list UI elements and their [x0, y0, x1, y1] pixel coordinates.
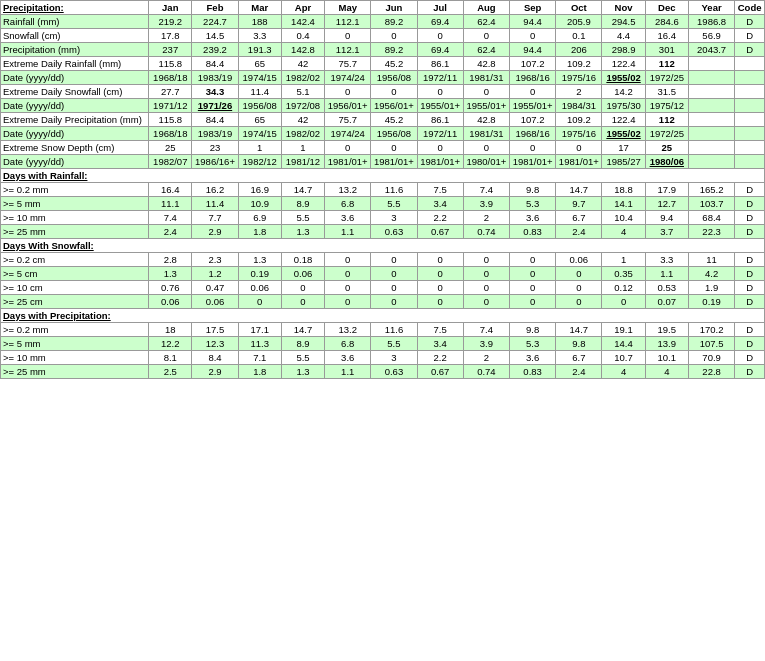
cell-2: 17.1 — [238, 323, 281, 337]
cell-11: 13.9 — [645, 337, 688, 351]
cell-10: 4 — [602, 365, 645, 379]
cell-3: 0.4 — [281, 29, 324, 43]
cell-12: 22.8 — [688, 365, 734, 379]
cell-9: 1975/16 — [556, 127, 602, 141]
cell-8: 1968/16 — [509, 71, 555, 85]
cell-2: 1982/12 — [238, 155, 281, 169]
cell-3: 0.06 — [281, 267, 324, 281]
cell-5: 3 — [371, 211, 417, 225]
header-row: Precipitation:JanFebMarAprMayJunJulAugSe… — [1, 1, 765, 15]
cell-11: 1.1 — [645, 267, 688, 281]
row-label: >= 10 cm — [1, 281, 149, 295]
cell-5: 0 — [371, 295, 417, 309]
table-row: Extreme Snow Depth (cm)2523110000001725 — [1, 141, 765, 155]
cell-11: 9.4 — [645, 211, 688, 225]
cell-13 — [735, 155, 765, 169]
row-label: >= 0.2 mm — [1, 323, 149, 337]
cell-9: 1975/16 — [556, 71, 602, 85]
cell-8: 1968/16 — [509, 127, 555, 141]
cell-0: 11.1 — [149, 197, 192, 211]
row-label: >= 25 mm — [1, 225, 149, 239]
cell-1: 2.9 — [192, 225, 238, 239]
cell-1: 2.9 — [192, 365, 238, 379]
cell-12: 107.5 — [688, 337, 734, 351]
cell-6: 7.5 — [417, 183, 463, 197]
cell-6: 86.1 — [417, 57, 463, 71]
cell-12: 68.4 — [688, 211, 734, 225]
col-header-6: Jun — [371, 1, 417, 15]
table-row: >= 10 cm0.760.470.0600000000.120.531.9D — [1, 281, 765, 295]
cell-5: 45.2 — [371, 113, 417, 127]
cell-0: 1968/18 — [149, 127, 192, 141]
cell-9: 9.8 — [556, 337, 602, 351]
cell-10: 1985/27 — [602, 155, 645, 169]
cell-1: 11.4 — [192, 197, 238, 211]
cell-2: 0 — [238, 295, 281, 309]
cell-5: 89.2 — [371, 43, 417, 57]
cell-11: 1980/06 — [645, 155, 688, 169]
cell-13: D — [735, 337, 765, 351]
row-label: >= 0.2 mm — [1, 183, 149, 197]
cell-1: 0.06 — [192, 295, 238, 309]
cell-1: 84.4 — [192, 57, 238, 71]
cell-5: 0 — [371, 281, 417, 295]
cell-7: 42.8 — [463, 113, 509, 127]
cell-10: 294.5 — [602, 15, 645, 29]
table-row: Rainfall (mm)219.2224.7188142.4112.189.2… — [1, 15, 765, 29]
cell-13: D — [735, 211, 765, 225]
cell-5: 0 — [371, 267, 417, 281]
cell-5: 11.6 — [371, 183, 417, 197]
cell-1: 23 — [192, 141, 238, 155]
cell-0: 0.76 — [149, 281, 192, 295]
cell-8: 0 — [509, 141, 555, 155]
cell-2: 3.3 — [238, 29, 281, 43]
section-header-label: Days with Rainfall: — [1, 169, 765, 183]
cell-9: 2.4 — [556, 225, 602, 239]
cell-8: 9.8 — [509, 183, 555, 197]
cell-3: 1972/08 — [281, 99, 324, 113]
cell-10: 1975/30 — [602, 99, 645, 113]
cell-1: 14.5 — [192, 29, 238, 43]
cell-11: 3.7 — [645, 225, 688, 239]
cell-6: 0 — [417, 253, 463, 267]
cell-7: 2 — [463, 351, 509, 365]
cell-4: 6.8 — [325, 197, 371, 211]
cell-8: 107.2 — [509, 57, 555, 71]
section-header-row: Days with Precipitation: — [1, 309, 765, 323]
cell-10: 14.4 — [602, 337, 645, 351]
row-label: Date (yyyy/dd) — [1, 155, 149, 169]
table-row: >= 10 mm7.47.76.95.53.632.223.66.710.49.… — [1, 211, 765, 225]
col-header-1: Jan — [149, 1, 192, 15]
table-row: Date (yyyy/dd)1968/181983/191974/151982/… — [1, 127, 765, 141]
cell-3: 42 — [281, 57, 324, 71]
cell-6: 0 — [417, 85, 463, 99]
cell-0: 17.8 — [149, 29, 192, 43]
cell-8: 5.3 — [509, 197, 555, 211]
cell-12: 103.7 — [688, 197, 734, 211]
cell-3: 5.5 — [281, 211, 324, 225]
cell-8: 1955/01+ — [509, 99, 555, 113]
cell-2: 65 — [238, 57, 281, 71]
cell-7: 0 — [463, 29, 509, 43]
cell-13: D — [735, 281, 765, 295]
cell-4: 0 — [325, 267, 371, 281]
cell-2: 1974/15 — [238, 127, 281, 141]
cell-2: 16.9 — [238, 183, 281, 197]
cell-3: 1.3 — [281, 365, 324, 379]
climate-data-table: Precipitation:JanFebMarAprMayJunJulAugSe… — [0, 0, 765, 379]
cell-10: 18.8 — [602, 183, 645, 197]
cell-8: 94.4 — [509, 15, 555, 29]
cell-1: 1971/26 — [192, 99, 238, 113]
cell-1: 2.3 — [192, 253, 238, 267]
section-header-label: Days With Snowfall: — [1, 239, 765, 253]
cell-11: 0.53 — [645, 281, 688, 295]
col-header-11: Nov — [602, 1, 645, 15]
cell-9: 6.7 — [556, 351, 602, 365]
cell-3: 8.9 — [281, 337, 324, 351]
cell-4: 0 — [325, 281, 371, 295]
cell-4: 75.7 — [325, 113, 371, 127]
cell-3: 5.1 — [281, 85, 324, 99]
cell-12 — [688, 127, 734, 141]
cell-6: 0.67 — [417, 365, 463, 379]
cell-0: 27.7 — [149, 85, 192, 99]
